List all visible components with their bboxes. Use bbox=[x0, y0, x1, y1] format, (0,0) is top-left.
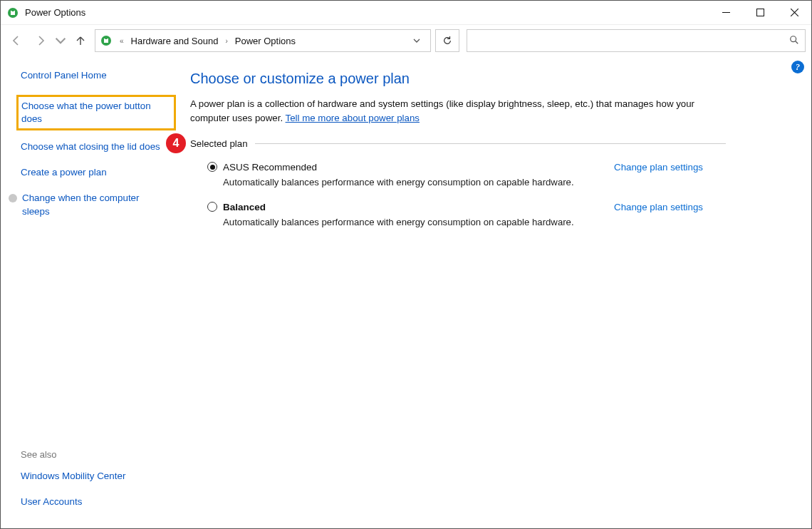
sidebar-link-computer-sleeps[interactable]: Change when the computer sleeps bbox=[22, 192, 176, 217]
svg-line-9 bbox=[796, 41, 798, 43]
page-title: Choose or customize a power plan bbox=[190, 71, 726, 87]
power-plan-item: ASUS Recommended Change plan settings Au… bbox=[190, 158, 703, 197]
forward-button[interactable] bbox=[31, 31, 51, 51]
sidebar-link-closing-lid[interactable]: Choose what closing the lid does bbox=[21, 140, 176, 153]
moon-icon bbox=[8, 193, 18, 205]
maximize-button[interactable] bbox=[743, 1, 777, 24]
control-panel-home-link[interactable]: Control Panel Home bbox=[21, 69, 176, 82]
svg-rect-7 bbox=[105, 36, 108, 39]
plan-description: Automatically balances performance with … bbox=[207, 212, 703, 227]
recent-locations-dropdown[interactable] bbox=[55, 31, 66, 51]
plan-radio-asus[interactable] bbox=[207, 162, 217, 172]
page-description-text: A power plan is a collection of hardware… bbox=[190, 98, 694, 123]
window-title: Power Options bbox=[25, 7, 85, 18]
up-button[interactable] bbox=[71, 31, 90, 51]
titlebar: Power Options bbox=[1, 1, 811, 25]
refresh-button[interactable] bbox=[435, 29, 459, 52]
annotation-step-badge: 4 bbox=[166, 133, 186, 153]
sidebar-link-create-plan[interactable]: Create a power plan bbox=[21, 166, 176, 179]
section-label-text: Selected plan bbox=[190, 138, 248, 149]
address-bar[interactable]: « Hardware and Sound › Power Options bbox=[95, 29, 431, 52]
sidebar-link-power-button[interactable]: Choose what the power button does bbox=[16, 95, 176, 130]
svg-point-10 bbox=[9, 194, 17, 202]
section-label: Selected plan bbox=[190, 138, 726, 149]
back-button[interactable] bbox=[6, 31, 26, 51]
chevron-left-icon[interactable]: « bbox=[117, 37, 127, 45]
power-plan-item: Balanced Change plan settings Automatica… bbox=[190, 197, 703, 237]
search-icon[interactable] bbox=[789, 35, 799, 47]
close-button[interactable] bbox=[777, 1, 811, 24]
divider bbox=[255, 143, 726, 144]
breadcrumb-item[interactable]: Hardware and Sound bbox=[131, 36, 219, 46]
page-description: A power plan is a collection of hardware… bbox=[190, 97, 703, 125]
minimize-button[interactable] bbox=[709, 1, 743, 24]
power-options-icon bbox=[100, 34, 113, 47]
address-dropdown-button[interactable] bbox=[407, 36, 426, 46]
see-also-label: See also bbox=[21, 449, 176, 460]
sidebar: Control Panel Home Choose what the power… bbox=[1, 56, 184, 528]
plan-name: Balanced bbox=[223, 202, 266, 212]
learn-more-link[interactable]: Tell me more about power plans bbox=[286, 113, 420, 123]
see-also-mobility-center[interactable]: Windows Mobility Center bbox=[21, 470, 176, 483]
change-plan-settings-link[interactable]: Change plan settings bbox=[614, 162, 703, 173]
see-also-user-accounts[interactable]: User Accounts bbox=[21, 495, 176, 508]
plan-name: ASUS Recommended bbox=[223, 162, 317, 173]
search-bar[interactable] bbox=[467, 29, 806, 52]
chevron-right-icon[interactable]: › bbox=[222, 37, 230, 45]
breadcrumb-item[interactable]: Power Options bbox=[235, 36, 296, 46]
svg-rect-3 bbox=[756, 9, 764, 16]
plan-radio-balanced[interactable] bbox=[207, 202, 217, 212]
plan-description: Automatically balances performance with … bbox=[207, 173, 703, 188]
svg-rect-1 bbox=[12, 9, 14, 11]
navbar: « Hardware and Sound › Power Options bbox=[1, 25, 811, 56]
power-options-icon bbox=[6, 6, 19, 19]
change-plan-settings-link[interactable]: Change plan settings bbox=[614, 202, 703, 212]
main-panel: Choose or customize a power plan A power… bbox=[184, 56, 811, 528]
search-input[interactable] bbox=[473, 36, 789, 46]
help-icon[interactable]: ? bbox=[791, 61, 804, 73]
svg-point-8 bbox=[791, 36, 796, 41]
